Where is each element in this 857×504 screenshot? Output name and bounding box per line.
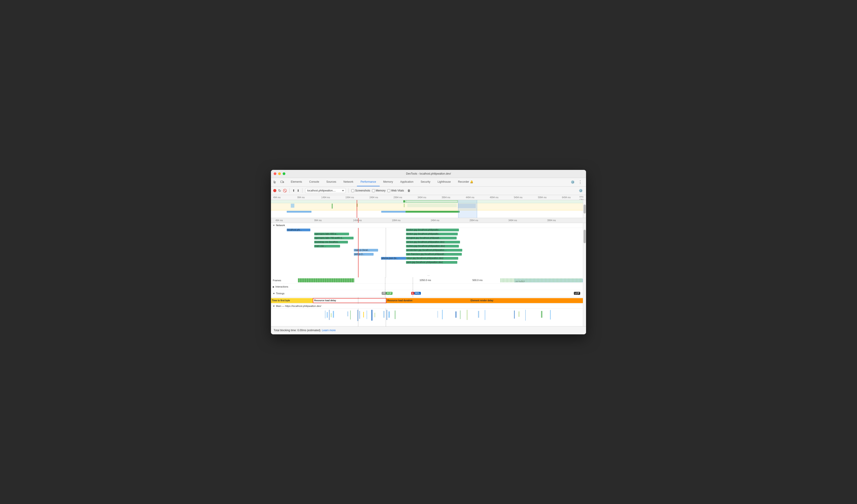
tab-lighthouse[interactable]: Lighthouse xyxy=(434,178,454,186)
overview-area[interactable] xyxy=(271,200,586,218)
lower-ruler-7: 3994 ms xyxy=(547,219,586,222)
frames-content: 1050.0 ms 500.0 ms Animation xyxy=(298,278,586,284)
frames-label: Frames xyxy=(271,279,298,282)
interactions-label[interactable]: ▶ Interactions xyxy=(271,285,298,288)
screenshots-checkbox[interactable] xyxy=(351,189,354,192)
ttfb-label: Time to first byte xyxy=(271,299,290,302)
responsive-icon[interactable] xyxy=(279,179,285,185)
svg-rect-1 xyxy=(283,182,284,183)
reload-button[interactable]: ↻ xyxy=(278,188,281,193)
tab-console[interactable]: Console xyxy=(306,178,323,186)
timings-content: FP FCP L DCL LCP xyxy=(298,290,586,297)
separator xyxy=(289,188,290,193)
net-bar-label: venice.jpg (localhost.philipwalton.dev) xyxy=(406,241,445,243)
trash-icon[interactable]: 🗑 xyxy=(406,187,412,194)
main-section-label: Main — https://localhost.philipwalton.de… xyxy=(276,305,321,307)
record-button[interactable] xyxy=(273,189,276,192)
flame-dashed-1 xyxy=(358,309,358,326)
lcp-badge[interactable]: LCP xyxy=(574,292,580,295)
main-section: ▼ Main — https://localhost.philipwalton.… xyxy=(271,304,586,326)
settings-gear-icon[interactable]: ⚙️ xyxy=(577,187,584,194)
minimize-button[interactable] xyxy=(278,172,281,175)
stop-button[interactable]: 🚫 xyxy=(283,189,287,192)
frames-dashed-1 xyxy=(385,278,385,284)
settings-icon[interactable]: ⚙️ xyxy=(569,179,576,185)
maximize-button[interactable] xyxy=(283,172,285,175)
close-button[interactable] xyxy=(274,172,276,175)
resource-load-delay-bar[interactable]: Resource load delay xyxy=(313,298,386,303)
timings-label[interactable]: ▼ Timings xyxy=(271,292,298,295)
net-bar-label: tokyo.jpg (localhost.philipwalton.dev) xyxy=(406,257,444,259)
tab-security[interactable]: Security xyxy=(417,178,434,186)
tab-sources[interactable]: Sources xyxy=(323,178,340,186)
select-tool-icon[interactable] xyxy=(272,179,278,185)
net-bar-label: photos.json (lo... xyxy=(381,257,399,259)
selection-range xyxy=(458,200,477,218)
net-bar-label: main.css ... xyxy=(314,245,327,247)
ruler-label-3: 1994 ms xyxy=(346,196,370,199)
tab-performance[interactable]: Performance xyxy=(357,178,380,186)
lower-ruler-6: 3494 ms xyxy=(508,219,547,222)
panel-scrollbar[interactable] xyxy=(583,223,586,326)
dcl-badge[interactable]: DCL xyxy=(414,292,421,295)
flame-chart xyxy=(271,309,586,326)
memory-checkbox[interactable] xyxy=(372,189,375,192)
learn-more-link[interactable]: Learn more xyxy=(322,329,336,332)
main-header[interactable]: ▼ Main — https://localhost.philipwalton.… xyxy=(271,304,586,309)
ruler-label-7: 3994 ms xyxy=(441,196,466,199)
url-dropdown-icon[interactable]: ▾ xyxy=(342,189,344,192)
tab-recorder[interactable]: Recorder 🔔 xyxy=(454,178,477,186)
rldur-label: Resource load duration xyxy=(386,299,413,302)
fcp-badge[interactable]: FCP xyxy=(386,292,392,295)
record-controls: ↻ 🚫 ⬆ ⬇ localhost.philipwalton.... ▾ Scr… xyxy=(273,187,412,194)
int-dashed-1 xyxy=(385,284,385,290)
title-bar: DevTools - localhost.philipwalton.dev/ xyxy=(271,170,586,178)
net-bar-label: bootstrap.css (localhos... xyxy=(314,241,340,243)
resource-load-duration-bar[interactable]: Resource load duration xyxy=(386,298,470,303)
overview-scrollbar[interactable] xyxy=(583,200,586,218)
right-labels: FPS CPU NET xyxy=(579,196,584,200)
svg-rect-0 xyxy=(281,181,283,183)
net-bar-label: london.jpg (localhost.philipwalto... xyxy=(406,233,441,235)
webvitals-checkbox[interactable] xyxy=(387,189,390,192)
fp-badge[interactable]: FP xyxy=(382,292,386,295)
more-icon[interactable]: ⋮ xyxy=(577,179,583,185)
record-bar: ↻ 🚫 ⬆ ⬇ localhost.philipwalton.... ▾ Scr… xyxy=(271,186,586,195)
tab-network[interactable]: Network xyxy=(340,178,357,186)
network-label: Network xyxy=(276,224,285,226)
network-section-header[interactable]: ▼ Network xyxy=(271,223,586,228)
lcp-segments: Time to first byte Resource load delay R… xyxy=(271,298,586,304)
panel-scrollbar-thumb[interactable] xyxy=(584,230,586,243)
network-rows: localhost.phi... opensans-latin-400.w...… xyxy=(271,228,586,278)
interactions-row: ▶ Interactions xyxy=(271,284,586,290)
screenshots-checkbox-group: Screenshots xyxy=(351,189,370,192)
tab-application[interactable]: Application xyxy=(397,178,417,186)
lower-ruler-4: 2494 ms xyxy=(431,219,470,222)
lower-ruler-3: 1994 ms xyxy=(392,219,431,222)
ruler-label-11: 5994 ms xyxy=(538,196,562,199)
more-indicator: ··· xyxy=(427,274,430,277)
timings-row: ▼ Timings FP FCP L DCL LCP xyxy=(271,290,586,297)
main-collapse-arrow: ▼ xyxy=(273,305,275,307)
separator3 xyxy=(348,188,349,193)
lower-ruler-0: 494 ms xyxy=(275,219,314,222)
window-title: DevTools - localhost.philipwalton.dev/ xyxy=(406,172,451,175)
net-bar-label: opensans-latin-700.woff2 (l... xyxy=(314,237,344,239)
l-badge[interactable]: L xyxy=(411,292,414,295)
tab-bar: Elements Console Sources Network Perform… xyxy=(271,178,586,186)
devtools-window: DevTools - localhost.philipwalton.dev/ E… xyxy=(271,170,586,334)
net-bar-label: bangkok.jpg (localhost.philipwalt... xyxy=(406,237,441,239)
element-render-delay-bar[interactable]: Element render delay xyxy=(470,298,583,303)
blocking-time-text: Total blocking time: 0.00ms (estimated) xyxy=(274,329,320,332)
time-to-first-byte-bar[interactable]: Time to first byte xyxy=(271,298,313,303)
tab-memory[interactable]: Memory xyxy=(380,178,397,186)
scrollbar-thumb[interactable] xyxy=(584,204,586,214)
ruler-label-8: 4494 ms xyxy=(466,196,490,199)
interactions-collapse-arrow: ▶ xyxy=(273,286,274,288)
download-button[interactable]: ⬇ xyxy=(297,189,300,192)
upload-button[interactable]: ⬆ xyxy=(292,189,295,192)
tab-elements[interactable]: Elements xyxy=(287,178,306,186)
interactions-content xyxy=(298,284,586,290)
net-bar-label: paris.jpg (localhost.philipwalton.dev) xyxy=(406,261,443,264)
erd-label: Element render delay xyxy=(470,299,493,302)
